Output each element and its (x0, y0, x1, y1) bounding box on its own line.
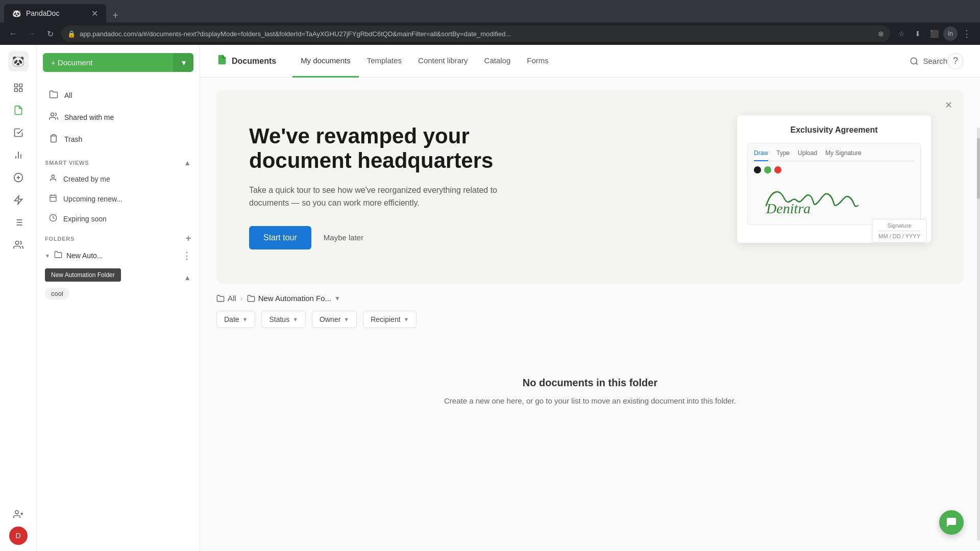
sig-tab-upload[interactable]: Upload (798, 149, 817, 157)
rail-tasks-btn[interactable] (8, 122, 29, 143)
tab-content-library[interactable]: Content library (410, 45, 476, 78)
created-by-me-label: Created by me (63, 175, 110, 183)
new-document-main-button[interactable]: + Document (43, 53, 174, 72)
smart-views-toggle[interactable]: ▲ (184, 159, 191, 167)
tab-close-btn[interactable]: ✕ (91, 9, 98, 18)
tab-forms[interactable]: Forms (519, 45, 557, 78)
browser-toolbar: ← → ↻ 🔒 app.pandadoc.com/a/#/documents-n… (0, 22, 980, 45)
breadcrumb-current-folder-icon (247, 294, 255, 303)
sidebar-item-created-by-me[interactable]: Created by me (41, 169, 195, 189)
sidebar-item-upcoming-renewals[interactable]: Upcoming renew... (41, 189, 195, 209)
sig-canvas-area[interactable]: Denitra (754, 178, 914, 218)
rail-documents-btn[interactable] (8, 100, 29, 120)
pandadoc-logo-icon: 🐼 (12, 55, 24, 67)
folder-item-new-auto[interactable]: ▼ New Auto... ⋮ New Automation Folder (37, 246, 200, 265)
folder-icon (49, 90, 58, 101)
svg-rect-0 (14, 84, 17, 87)
svg-rect-2 (14, 89, 17, 92)
download-icon[interactable]: ⬇ (911, 27, 925, 41)
forward-button[interactable]: → (24, 27, 39, 41)
tab-favicon: 🐼 (12, 9, 21, 17)
sidebar-item-trash[interactable]: Trash (41, 129, 195, 150)
sidebar-item-expiring-soon[interactable]: Expiring soon (41, 209, 195, 229)
sidebar-shared-label: Shared with me (64, 113, 114, 121)
svg-point-28 (911, 58, 917, 64)
bookmark-icon[interactable]: ☆ (894, 27, 909, 41)
svg-rect-1 (19, 84, 22, 87)
address-bar[interactable]: 🔒 app.pandadoc.com/a/#/documents-next?di… (61, 26, 890, 42)
new-document-dropdown-button[interactable]: ▼ (174, 53, 193, 72)
signature-panel: Draw Type Upload My Signature (747, 143, 921, 225)
add-folder-button[interactable]: + (186, 233, 191, 244)
toolbar-icons: ☆ ⬇ ⬛ In ⋮ (894, 27, 974, 41)
recipient-filter-button[interactable]: Recipient ▼ (363, 311, 416, 328)
help-button[interactable]: ? (947, 53, 964, 69)
new-tab-button[interactable]: + (108, 8, 122, 22)
tab-my-documents[interactable]: My documents (292, 45, 359, 78)
start-tour-button[interactable]: Start tour (249, 226, 311, 249)
banner-close-button[interactable]: ✕ (941, 98, 955, 112)
maybe-later-button[interactable]: Maybe later (324, 233, 363, 242)
owner-filter-chevron: ▼ (344, 316, 349, 322)
owner-filter-button[interactable]: Owner ▼ (312, 311, 357, 328)
profile-icon[interactable]: In (943, 27, 958, 41)
tab-my-documents-label: My documents (301, 56, 351, 65)
breadcrumb-all[interactable]: All (216, 294, 236, 303)
user-avatar[interactable]: D (9, 527, 28, 545)
sig-tab-draw[interactable]: Draw (754, 149, 768, 161)
svg-point-21 (51, 113, 54, 116)
hero-text-block: We've revamped your document headquarter… (249, 124, 514, 249)
tab-catalog[interactable]: Catalog (476, 45, 519, 78)
rail-home-btn[interactable] (8, 78, 29, 98)
tags-collapse-toggle[interactable]: ▲ (184, 273, 191, 282)
breadcrumb-current-folder[interactable]: New Automation Fo... ▼ (247, 294, 340, 303)
tab-content-library-label: Content library (418, 56, 468, 65)
rail-lightning-btn[interactable] (8, 190, 29, 210)
status-filter-button[interactable]: Status ▼ (261, 311, 306, 328)
rail-new-btn[interactable] (8, 167, 29, 188)
sig-dot-black[interactable] (754, 166, 761, 173)
smart-views-label: SMART VIEWS (45, 160, 89, 166)
sidebar-item-shared[interactable]: Shared with me (41, 107, 195, 128)
svg-rect-3 (19, 89, 22, 92)
rail-logo[interactable]: 🐼 (8, 51, 29, 71)
rail-add-user-btn[interactable] (8, 504, 29, 524)
sidebar-trash-label: Trash (64, 135, 82, 143)
sidebar: + Document ▼ All Shared with me (37, 45, 200, 551)
tab-templates[interactable]: Templates (359, 45, 410, 78)
folder-item-menu-button[interactable]: ⋮ (182, 250, 191, 261)
sig-tab-my-sig[interactable]: My Signature (825, 149, 862, 157)
sig-field-text: Signature (878, 222, 920, 229)
extensions-icon[interactable]: ⬛ (927, 27, 941, 41)
rail-team-btn[interactable] (8, 235, 29, 255)
upcoming-renewals-label: Upcoming renew... (63, 195, 122, 203)
rail-analytics-btn[interactable] (8, 145, 29, 165)
recipient-filter-chevron: ▼ (404, 316, 409, 322)
reload-button[interactable]: ↻ (43, 27, 57, 41)
calendar-icon (49, 194, 57, 204)
sig-dot-red[interactable] (774, 166, 781, 173)
date-filter-button[interactable]: Date ▼ (216, 311, 255, 328)
hero-description: Take a quick tour to see how we've reorg… (249, 184, 514, 210)
sidebar-item-all[interactable]: All (41, 85, 195, 106)
chat-support-button[interactable] (939, 510, 964, 535)
sidebar-navigation: All Shared with me Trash (37, 80, 200, 155)
exclusivity-title: Exclusivity Agreement (747, 126, 921, 135)
lock-icon: 🔒 (67, 30, 76, 38)
active-tab[interactable]: 🐼 PandaDoc ✕ (4, 4, 106, 22)
svg-text:Denitra: Denitra (766, 201, 811, 216)
breadcrumb-folder-icon (216, 294, 225, 303)
tag-cool[interactable]: cool (45, 288, 69, 299)
search-button[interactable]: Search (910, 57, 947, 66)
sig-dot-green[interactable] (764, 166, 771, 173)
svg-line-29 (916, 63, 918, 64)
expiring-soon-label: Expiring soon (63, 215, 107, 223)
folder-collapse-arrow[interactable]: ▼ (45, 253, 50, 259)
breadcrumb: All › New Automation Fo... ▼ (216, 294, 964, 303)
app-logo: Documents (216, 54, 276, 68)
sig-tab-type[interactable]: Type (776, 149, 790, 157)
breadcrumb-current-label: New Automation Fo... (258, 294, 331, 303)
menu-icon[interactable]: ⋮ (960, 27, 974, 41)
rail-list-btn[interactable] (8, 212, 29, 233)
back-button[interactable]: ← (6, 27, 20, 41)
